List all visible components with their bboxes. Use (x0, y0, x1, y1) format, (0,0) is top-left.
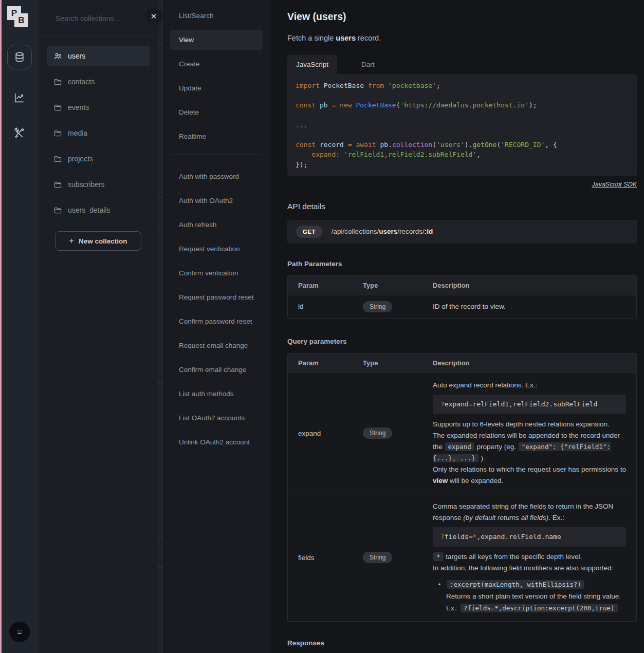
collection-item-label: subscribers (68, 180, 105, 189)
menu-item-list-auth-methods[interactable]: List auth methods (170, 384, 263, 404)
expand-example-code: ?expand=relField1,relField2.subRelField (433, 395, 626, 414)
expand-desc-intro: Auto expand record relations. Ex.: (433, 380, 626, 391)
col-type: Type (353, 359, 422, 367)
table-header-row: Param Type Description (288, 276, 636, 295)
fields-desc-star: * targets all keys from the specific dep… (433, 551, 626, 563)
nav-settings-button[interactable] (13, 126, 26, 139)
fields-desc-intro: Comma separated string of the fields to … (433, 501, 626, 524)
folder-icon (53, 129, 62, 138)
query-parameters-heading: Query parameters (287, 338, 637, 345)
http-method-badge: GET (296, 226, 322, 238)
menu-item-create[interactable]: Create (170, 54, 263, 74)
param-name: expand (288, 430, 353, 437)
menu-item-confirm-email-change[interactable]: Confirm email change (170, 360, 263, 380)
collection-item-projects[interactable]: projects (47, 148, 150, 169)
close-icon[interactable]: ✕ (145, 8, 162, 25)
menu-item-auth-with-oauth2[interactable]: Auth with OAuth2 (170, 191, 263, 211)
collection-item-events[interactable]: events (47, 97, 150, 118)
collection-item-media[interactable]: media (47, 123, 150, 143)
menu-item-request-password-reset[interactable]: Request password reset (170, 287, 263, 307)
menu-item-list-search[interactable]: List/Search (170, 6, 263, 26)
path-parameters-heading: Path Parameters (287, 260, 637, 268)
param-description: ID of the record to view. (422, 303, 636, 310)
collection-item-label: contacts (68, 78, 95, 86)
table-row-expand: expand String Auto expand record relatio… (288, 372, 636, 494)
api-details-heading: API details (287, 202, 637, 211)
collections-sidebar: ✕ users (39, 0, 158, 653)
collection-item-label: projects (68, 155, 93, 163)
database-icon (13, 51, 26, 63)
javascript-sdk-link[interactable]: JavaScript SDK (592, 181, 637, 188)
pocketbase-logo[interactable]: P B (7, 6, 30, 29)
nav-collections-button[interactable] (7, 45, 32, 69)
left-accent-edge (0, 0, 2, 653)
excerpt-modifier-example: Ex.: ?fields=*,description:excerpt(200,t… (446, 602, 621, 614)
plus-icon: + (69, 236, 74, 246)
folder-icon (53, 78, 62, 86)
users-group-icon (53, 52, 62, 61)
path-parameters-table: Param Type Description id String ID of t… (287, 275, 637, 319)
collection-item-label: users (68, 52, 85, 60)
menu-item-unlink-oauth2-account[interactable]: Unlink OAuth2 account (170, 432, 263, 452)
collections-search-row: ✕ (39, 0, 158, 37)
collections-list: users contacts events (39, 37, 158, 653)
fields-desc-modifiers: In addition, the following field modifie… (433, 563, 626, 574)
line-chart-icon (13, 91, 26, 104)
tools-icon (13, 126, 26, 139)
tab-dart[interactable]: Dart (337, 55, 399, 74)
sdk-language-tabs: JavaScript Dart (287, 55, 637, 74)
sdk-link-row: JavaScript SDK (287, 179, 637, 189)
col-type: Type (353, 282, 422, 289)
panel-divider-strip (158, 0, 163, 653)
collection-item-subscribers[interactable]: subscribers (47, 174, 150, 195)
search-input[interactable] (56, 14, 143, 23)
excerpt-modifier-description: Returns a short plain text version of th… (446, 590, 621, 602)
col-description: Description (422, 359, 636, 367)
nav-logs-button[interactable] (13, 91, 26, 104)
new-collection-button[interactable]: + New collection (55, 231, 141, 251)
type-badge: String (363, 427, 392, 439)
tab-javascript[interactable]: JavaScript (287, 55, 337, 74)
folder-icon (53, 103, 62, 112)
menu-item-request-email-change[interactable]: Request email change (170, 335, 263, 356)
collection-item-users-details[interactable]: users_details (47, 200, 150, 220)
field-modifier-item: • :excerpt(maxLength, withEllipsis?) Ret… (433, 579, 626, 614)
table-header-row: Param Type Description (288, 353, 636, 372)
expand-desc-depth: Supports up to 6-levels depth nested rel… (433, 419, 626, 430)
menu-item-auth-with-password[interactable]: Auth with password (170, 166, 263, 186)
collection-item-label: media (68, 129, 87, 137)
folder-icon (53, 180, 62, 189)
param-description: Auto expand record relations. Ex.: ?expa… (422, 373, 636, 494)
menu-item-list-oauth2-accounts[interactable]: List OAuth2 accounts (170, 408, 263, 428)
expand-desc-permissions: Only the relations to which the request … (433, 464, 626, 487)
menu-item-delete[interactable]: Delete (170, 102, 263, 122)
api-doc-panel: View (users) Fetch a single users record… (270, 0, 644, 653)
param-description: Comma separated string of the fields to … (422, 494, 636, 621)
menu-item-auth-refresh[interactable]: Auth refresh (170, 215, 263, 235)
page-title: View (users) (287, 11, 637, 23)
collection-item-users[interactable]: users (47, 46, 150, 66)
col-param: Param (288, 282, 353, 289)
icon-rail: P B (0, 0, 39, 653)
table-row-id: id String ID of the record to view. (288, 295, 636, 318)
menu-item-realtime[interactable]: Realtime (170, 126, 263, 146)
menu-item-confirm-password-reset[interactable]: Confirm password reset (170, 311, 263, 331)
code-example-block: import PocketBase from 'pocketbase'; con… (287, 74, 637, 176)
user-avatar[interactable] (9, 622, 30, 642)
menu-item-confirm-verification[interactable]: Confirm verification (170, 263, 263, 283)
fields-example-code: ?fields=*,expand.relField.name (433, 527, 626, 547)
bullet-icon: • (433, 579, 446, 614)
collection-item-contacts[interactable]: contacts (47, 71, 150, 92)
menu-item-request-verification[interactable]: Request verification (170, 239, 263, 259)
col-description: Description (422, 282, 636, 289)
type-badge: String (363, 552, 392, 563)
col-param: Param (288, 359, 353, 367)
page-subtitle: Fetch a single users record. (287, 34, 637, 42)
app-window: P B (0, 0, 644, 653)
smiley-face-icon (14, 626, 25, 638)
collection-item-label: events (68, 103, 89, 111)
menu-item-update[interactable]: Update (170, 78, 263, 98)
type-badge: String (363, 301, 392, 312)
excerpt-modifier-signature: :excerpt(maxLength, withEllipsis?) (446, 579, 621, 590)
menu-item-view[interactable]: View (170, 30, 263, 50)
